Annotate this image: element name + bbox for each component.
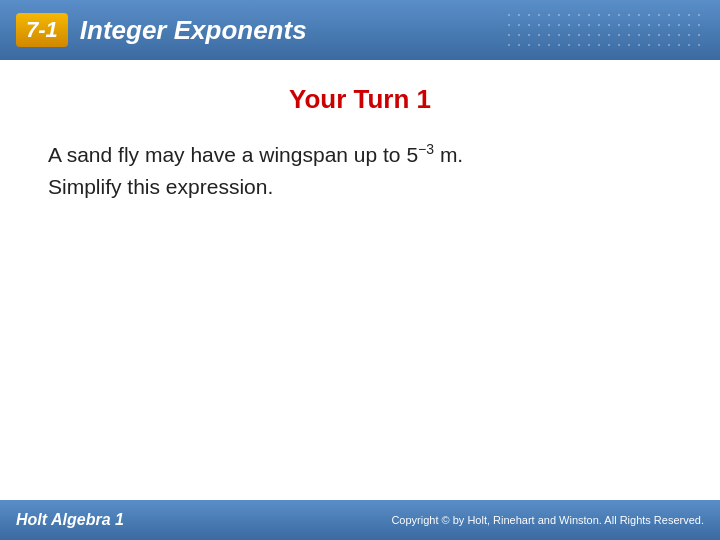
footer-brand: Holt Algebra 1 bbox=[16, 511, 124, 529]
problem-line2: Simplify this expression. bbox=[48, 175, 273, 198]
lesson-badge: 7-1 bbox=[16, 13, 68, 47]
your-turn-title: Your Turn 1 bbox=[40, 84, 680, 115]
problem-text-post: m. bbox=[434, 143, 463, 166]
footer-copyright: Copyright © by Holt, Rinehart and Winsto… bbox=[391, 514, 704, 526]
header-title: Integer Exponents bbox=[80, 15, 307, 46]
exponent: −3 bbox=[418, 141, 434, 157]
problem-line1: A sand fly may have a wingspan up to 5−3… bbox=[48, 143, 463, 166]
header-decoration bbox=[504, 10, 704, 50]
header-bar: 7-1 Integer Exponents bbox=[0, 0, 720, 60]
footer-bar: Holt Algebra 1 Copyright © by Holt, Rine… bbox=[0, 500, 720, 540]
problem-text-pre: A sand fly may have a wingspan up to 5 bbox=[48, 143, 418, 166]
main-content: Your Turn 1 A sand fly may have a wingsp… bbox=[0, 60, 720, 500]
problem-text: A sand fly may have a wingspan up to 5−3… bbox=[48, 139, 680, 202]
